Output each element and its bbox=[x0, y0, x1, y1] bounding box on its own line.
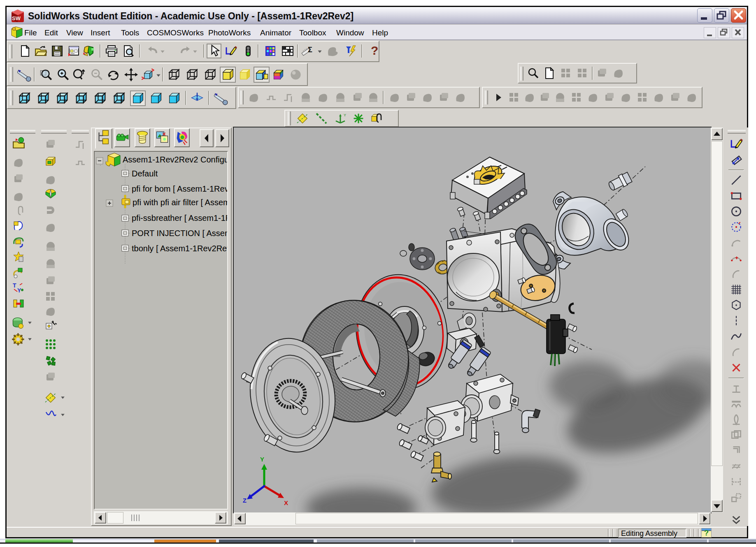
svg-text:Y: Y bbox=[260, 456, 264, 463]
svg-text:Z: Z bbox=[243, 497, 247, 504]
svg-text:Y: Y bbox=[17, 287, 21, 294]
svg-text:X: X bbox=[284, 499, 288, 506]
svg-text:SW: SW bbox=[12, 15, 21, 21]
svg-text:T: T bbox=[13, 282, 16, 289]
